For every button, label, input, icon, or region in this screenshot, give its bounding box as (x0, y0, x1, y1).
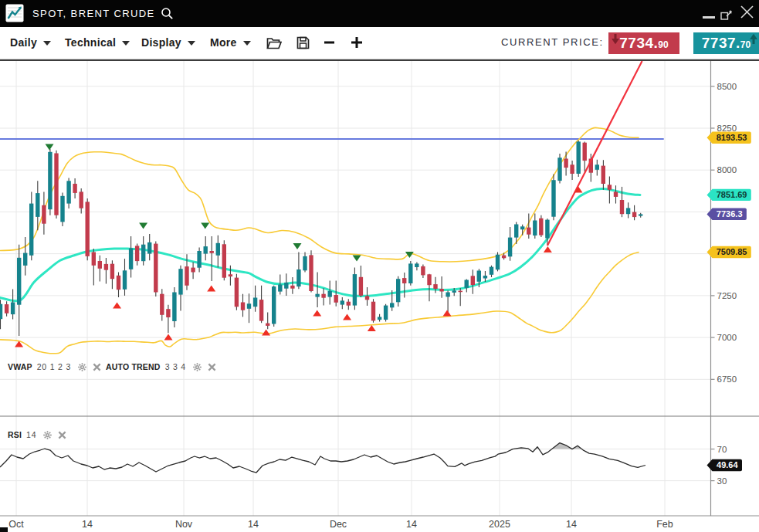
candle-up (396, 279, 400, 302)
ask-price-badge: 7737.70 (693, 32, 759, 54)
restore-window-button[interactable] (720, 9, 733, 20)
candle-down (191, 268, 195, 273)
candle-down (433, 284, 437, 289)
candle-up (353, 274, 357, 306)
vwap-line (0, 188, 640, 300)
rsi-value-badge-label: 49.64 (717, 460, 738, 469)
candle-down (42, 205, 46, 224)
candle-up (452, 290, 456, 293)
minimize-button[interactable] (703, 16, 715, 19)
more-dropdown[interactable]: More (210, 27, 251, 58)
title-bar: SPOT, BRENT CRUDE (0, 0, 759, 27)
rsi-tick-label: 30 (717, 476, 727, 486)
candle-down (564, 159, 568, 168)
candle-down (266, 324, 269, 326)
price-tick-label: 7250 (717, 291, 737, 300)
candle-down (334, 295, 338, 303)
candle-up (483, 276, 487, 279)
candle-up (595, 164, 599, 170)
candle-up (11, 303, 15, 315)
buy-signal-marker (368, 325, 376, 331)
close-icon[interactable] (208, 363, 216, 371)
candle-down (73, 184, 76, 193)
search-icon[interactable] (161, 7, 174, 20)
candle-down (117, 276, 120, 290)
chart-title: SPOT, BRENT CRUDE (32, 0, 155, 27)
autotrend-legend-params: 3 3 4 (165, 362, 186, 371)
candle-up (384, 306, 388, 320)
interval-dropdown[interactable]: Daily (10, 27, 51, 58)
price-badge-7509.85-label: 7509.85 (717, 247, 747, 256)
candle-up (328, 291, 332, 297)
candle-down (241, 303, 245, 310)
price-badge-8193.53-label: 8193.53 (717, 133, 747, 142)
vwap-indicator-legend: VWAP 20 1 2 3 (8, 362, 107, 371)
candle-up (545, 220, 549, 239)
candle-up (341, 300, 344, 304)
candle-down (427, 274, 431, 285)
candle-down (502, 256, 506, 259)
plus-icon (351, 36, 363, 49)
bid-price-badge: 7734.90 (608, 32, 679, 54)
candle-up (147, 242, 151, 254)
candle-up (172, 293, 176, 322)
close-icon[interactable] (58, 431, 66, 439)
date-label: 2025 (489, 519, 510, 530)
price-tick-label: 7000 (717, 333, 737, 342)
open-chart-button[interactable] (266, 27, 282, 58)
candle-up (496, 255, 500, 270)
date-label: Nov (175, 519, 193, 530)
candle-up (378, 317, 381, 320)
sell-signal-marker (139, 223, 147, 229)
gear-icon[interactable] (78, 363, 86, 371)
close-button[interactable] (740, 5, 754, 19)
candle-up (626, 208, 630, 214)
date-label: 14 (406, 519, 417, 530)
chevron-down-icon (43, 41, 51, 46)
candle-up (315, 294, 319, 297)
buy-signal-marker (313, 310, 321, 317)
date-label: 14 (248, 519, 259, 530)
candle-up (204, 246, 208, 254)
candle-up (141, 245, 145, 262)
candle-up (408, 263, 412, 283)
date-label: Oct (8, 519, 24, 530)
candle-down (583, 143, 587, 161)
zoom-in-button[interactable] (351, 27, 363, 58)
price-tick-label: 8250 (717, 124, 737, 133)
candle-up (29, 204, 33, 256)
candles-layer (0, 141, 642, 326)
candle-down (229, 274, 232, 276)
candle-up (197, 251, 201, 268)
zoom-out-button[interactable] (324, 27, 335, 58)
autotrend-indicator-legend: AUTO TREND 3 3 4 (106, 362, 222, 371)
technical-dropdown[interactable]: Technical (65, 27, 130, 58)
sell-signal-marker (405, 252, 414, 258)
candle-down (365, 296, 369, 300)
candle-down (620, 200, 624, 214)
candle-up (247, 303, 251, 309)
save-chart-button[interactable] (296, 27, 310, 58)
close-icon[interactable] (93, 363, 101, 371)
chart-canvas[interactable]: 8500825080007250700067507030Oct14Nov14De… (0, 61, 759, 532)
candle-up (551, 180, 555, 217)
candle-down (110, 264, 114, 280)
candle-up (508, 238, 512, 257)
date-label: 14 (566, 519, 577, 530)
display-dropdown[interactable]: Display (141, 27, 195, 58)
candle-down (154, 244, 158, 293)
candle-up (253, 298, 257, 307)
open-folder-icon (266, 36, 282, 49)
candle-down (160, 294, 164, 315)
candle-down (80, 191, 83, 208)
buy-signal-marker (544, 246, 552, 252)
gear-icon[interactable] (193, 363, 202, 371)
candle-up (272, 286, 276, 324)
candle-down (92, 252, 96, 266)
chevron-down-icon (188, 41, 195, 46)
bottom-left-corner-box (0, 527, 8, 532)
vwap-legend-name: VWAP (8, 362, 32, 371)
candle-up (60, 196, 64, 222)
sell-signal-marker (353, 256, 361, 262)
gear-icon[interactable] (43, 431, 52, 439)
